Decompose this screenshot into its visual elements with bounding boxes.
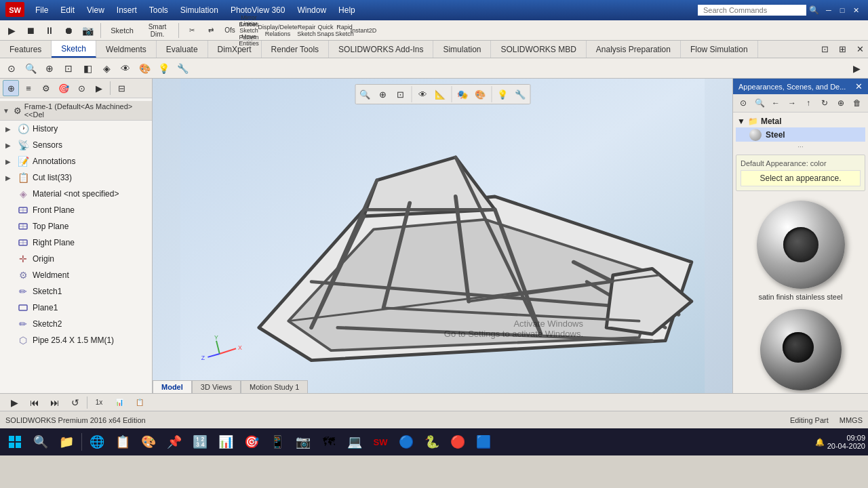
notepad-btn[interactable]: 📋 [111, 430, 135, 454]
panel-chevron[interactable]: ▶ [848, 60, 865, 77]
tab-close-btn[interactable]: ✕ [852, 41, 868, 58]
minimize-button[interactable]: ─ [822, 3, 835, 17]
play-button[interactable]: ▶ [3, 22, 20, 39]
view-toolbar-btn[interactable]: 🔧 [174, 60, 191, 77]
cutlist-expand[interactable]: ▶ [5, 174, 15, 182]
close-button[interactable]: ✕ [849, 3, 863, 17]
tree-item-top-plane[interactable]: Top Plane [0, 218, 152, 235]
vt-toolbar-btn[interactable]: 🔧 [512, 86, 528, 102]
tree-item-plane1[interactable]: Plane1 [0, 300, 152, 316]
tree-item-sketch1[interactable]: ✏ Sketch1 [0, 283, 152, 300]
view-hide-btn[interactable]: 👁 [117, 60, 134, 77]
offset-btn[interactable]: Ofs [221, 22, 239, 39]
tab-3d-views[interactable]: 3D Views [192, 380, 241, 393]
sw-btn[interactable]: SW [368, 430, 393, 454]
preview-chrome[interactable] [736, 309, 865, 390]
tab-undock-btn[interactable]: ⊡ [816, 41, 833, 58]
app3-btn[interactable]: 📱 [265, 430, 290, 454]
tree-item-pipe[interactable]: ⬡ Pipe 25.4 X 1.5 MM(1) [0, 332, 152, 348]
motion-speed-btn[interactable]: 1x [90, 396, 108, 409]
pause-button[interactable]: ⏸ [41, 22, 58, 39]
tab-features[interactable]: Features [0, 41, 52, 58]
maps-btn[interactable]: 🗺 [317, 430, 341, 454]
motion-loop-btn[interactable]: ↺ [66, 396, 84, 409]
rp-up-btn[interactable]: ↑ [801, 96, 816, 110]
lp-list-btn[interactable]: ≡ [20, 80, 37, 96]
view-scene-btn[interactable]: 💡 [155, 60, 172, 77]
instant2d-btn[interactable]: Instant2D [355, 22, 372, 39]
app4-btn[interactable]: 💻 [342, 430, 367, 454]
3d-viewport[interactable]: 🔍 ⊕ ⊡ 👁 📐 🎭 🎨 💡 🔧 [153, 79, 732, 393]
quick-snaps-btn[interactable]: Quick Snaps [317, 22, 334, 39]
search-input[interactable] [698, 5, 806, 16]
lp-target-btn[interactable]: 🎯 [56, 80, 72, 96]
app1-btn[interactable]: 📊 [214, 430, 238, 454]
tree-item-sketch2[interactable]: ✏ Sketch2 [0, 316, 152, 332]
rp-delete-btn[interactable]: 🗑 [850, 96, 865, 110]
motion-table-btn[interactable]: 📋 [131, 396, 149, 409]
annotations-expand[interactable]: ▶ [5, 158, 15, 165]
motion-stop-btn[interactable]: ⏮ [26, 396, 43, 409]
tree-item-sensors[interactable]: ▶ 📡 Sensors [0, 137, 152, 153]
vt-normal-btn[interactable]: 👁 [414, 86, 431, 102]
view-orient-btn[interactable]: ⊙ [3, 60, 20, 77]
lp-play-btn[interactable]: ▶ [91, 80, 107, 96]
sensors-expand[interactable]: ▶ [5, 142, 15, 149]
rp-home-btn[interactable]: ⊙ [736, 96, 751, 110]
view-zoom-in-btn[interactable]: ⊕ [41, 60, 58, 77]
lp-filter-btn[interactable]: ⊟ [113, 80, 130, 96]
preview-steel[interactable]: satin finish stainless steel [736, 197, 865, 301]
tab-addins[interactable]: SOLIDWORKS Add-Ins [329, 41, 433, 58]
menu-file[interactable]: File [30, 4, 54, 16]
tree-item-right-plane[interactable]: Right Plane [0, 235, 152, 251]
convert-btn[interactable]: ⇄ [202, 22, 220, 39]
menu-edit[interactable]: Edit [55, 4, 80, 16]
metal-expand[interactable]: ▼ [737, 117, 745, 126]
tab-dimxpert[interactable]: DimXpert [208, 41, 262, 58]
vt-shading-btn[interactable]: 🎭 [454, 86, 471, 102]
view-display-btn[interactable]: ◧ [79, 60, 96, 77]
rp-refresh-btn[interactable]: ↻ [817, 96, 832, 110]
tab-evaluate[interactable]: Evaluate [157, 41, 208, 58]
lp-circle-btn[interactable]: ⊙ [73, 80, 90, 96]
smart-dim-btn[interactable]: Smart Dim. [140, 22, 174, 39]
vt-zoom-fit-btn[interactable]: ⊡ [392, 86, 408, 102]
tree-item-annotations[interactable]: ▶ 📝 Annotations [0, 153, 152, 169]
history-expand[interactable]: ▶ [5, 125, 15, 133]
app2-btn[interactable]: 🎯 [239, 430, 264, 454]
edge-btn[interactable]: 🌐 [85, 430, 109, 454]
search-icon[interactable]: 🔍 [809, 5, 819, 15]
calc-btn[interactable]: 🔢 [188, 430, 212, 454]
tab-analysis[interactable]: Analysis Preparation [587, 41, 681, 58]
tab-model[interactable]: Model [153, 380, 192, 393]
rp-forward-btn[interactable]: → [785, 96, 800, 110]
rp-back-btn[interactable]: ← [768, 96, 783, 110]
menu-help[interactable]: Help [333, 4, 361, 16]
screenshot-button[interactable]: 📷 [79, 22, 96, 39]
search-taskbar-btn[interactable]: 🔍 [28, 430, 53, 454]
view-zoom-btn[interactable]: 🔍 [22, 60, 39, 77]
trim-btn[interactable]: ✂ [183, 22, 201, 39]
metal-category[interactable]: ▼ 📁 Metal [736, 115, 865, 127]
tab-flow[interactable]: Flow Simulation [681, 41, 758, 58]
record-button[interactable]: ⏺ [60, 22, 77, 39]
python-btn[interactable]: 🐍 [420, 430, 444, 454]
menu-window[interactable]: Window [292, 4, 332, 16]
stop-button[interactable]: ⏹ [22, 22, 39, 39]
motion-graph-btn[interactable]: 📊 [111, 396, 128, 409]
vt-lights-btn[interactable]: 💡 [494, 86, 511, 102]
start-button[interactable] [3, 430, 27, 454]
lp-settings-btn[interactable]: ⚙ [38, 80, 54, 96]
restore-button[interactable]: □ [835, 3, 849, 17]
file-explorer-btn[interactable]: 📁 [54, 430, 79, 454]
menu-tools[interactable]: Tools [144, 4, 174, 16]
camera-btn[interactable]: 📷 [291, 430, 315, 454]
app6-btn[interactable]: 🟦 [471, 430, 496, 454]
display-delete-btn[interactable]: Display/Delete Relations [259, 22, 296, 39]
vt-zoom-area-btn[interactable]: ⊕ [374, 86, 391, 102]
tree-item-cutlist[interactable]: ▶ 📋 Cut list(33) [0, 169, 152, 186]
tree-root-expand[interactable]: ▼ [3, 107, 12, 115]
vt-zoom-btn[interactable]: 🔍 [357, 86, 373, 102]
view-appear-btn[interactable]: 🎨 [136, 60, 153, 77]
rp-search-btn[interactable]: 🔍 [752, 96, 767, 110]
